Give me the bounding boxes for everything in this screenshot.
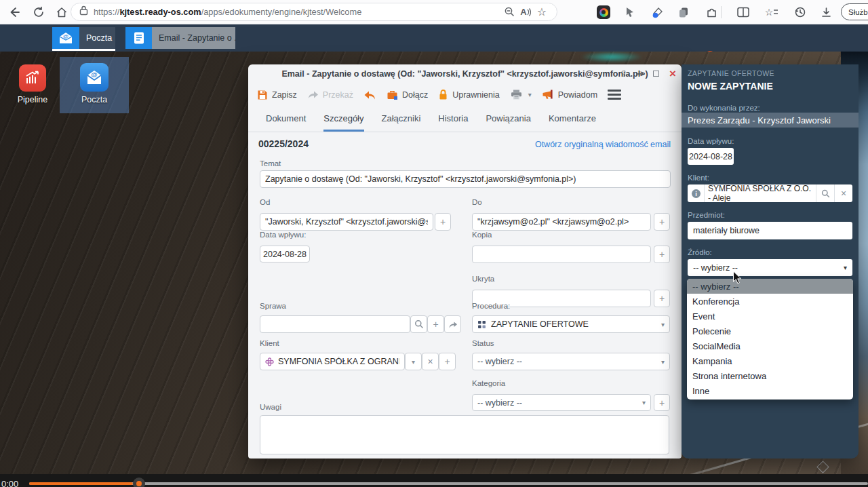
open-original-link[interactable]: Otwórz oryginalną wiadomość email [535, 140, 671, 149]
info-icon[interactable]: i [688, 184, 704, 202]
do-input[interactable]: "krzjawsym@o2.pl" <krzjawsym@o2.pl> [472, 213, 651, 231]
status-value: -- wybierz -- [477, 357, 522, 366]
reload-icon[interactable] [31, 5, 46, 20]
tab-historia[interactable]: Historia [438, 113, 468, 132]
minimize-icon[interactable] [636, 73, 643, 75]
status-select[interactable]: -- wybierz -- ▾ [472, 353, 670, 370]
save-label: Zapisz [272, 90, 297, 100]
sprawa-search-button[interactable] [410, 315, 427, 333]
tab-komentarze[interactable]: Komentarze [549, 113, 596, 132]
kopia-input[interactable] [472, 246, 651, 263]
notify-label: Powiadom [558, 90, 597, 100]
player-track[interactable] [29, 482, 868, 485]
panel-client-search-icon[interactable] [816, 184, 834, 202]
contact-flower-icon [265, 357, 274, 366]
procedura-combo[interactable]: ZAPYTANIE OFERTOWE ▾ [472, 315, 670, 333]
source-option-kampania[interactable]: Kampania [687, 353, 853, 368]
reply-button[interactable] [363, 90, 376, 100]
split-screen-icon[interactable] [734, 4, 752, 20]
back-icon[interactable] [7, 5, 22, 20]
data-wplywu-input[interactable]: 2024-08-28 [260, 246, 310, 262]
pipeline-app-label: Pipeline [7, 95, 58, 104]
tab-zalaczniki[interactable]: Załączniki [382, 113, 421, 132]
poczta-app-label: Poczta [68, 95, 120, 104]
read-aloud-icon[interactable]: A [517, 5, 534, 20]
zoom-out-icon[interactable] [501, 5, 517, 20]
tab-powiazania[interactable]: Powiązania [486, 113, 531, 132]
print-button[interactable]: ▾ [510, 89, 532, 100]
extension-pointer-icon[interactable] [621, 4, 639, 20]
history-icon[interactable] [791, 4, 809, 20]
tab-poczta[interactable]: Poczta [79, 27, 115, 49]
downloads-icon[interactable] [817, 4, 835, 20]
player-time: 0:00 [1, 479, 18, 487]
dialog-menu-icon[interactable] [608, 87, 621, 102]
home-icon[interactable] [54, 5, 69, 20]
poczta-app-icon[interactable]: @ [80, 63, 108, 92]
extension-copy-icon[interactable] [675, 4, 692, 20]
kopia-add-button[interactable]: + [654, 246, 670, 263]
favorites-bar-icon[interactable]: ☆ [763, 4, 781, 20]
dialog-tabs: Dokument Szczegóły Załączniki Historia P… [248, 107, 682, 132]
help-icon[interactable]: ? [621, 69, 626, 79]
kategoria-add-button[interactable]: + [654, 394, 670, 411]
tab-email-icon[interactable] [125, 27, 152, 49]
panel-source-select[interactable]: -- wybierz -- ▾ [688, 259, 852, 276]
dialog-titlebar[interactable]: Email - Zapytanie o dostawę (Od: "Jawors… [248, 64, 682, 83]
extension-camera-icon[interactable] [595, 4, 612, 20]
sprawa-input[interactable] [260, 315, 410, 333]
source-option-inne[interactable]: Inne [687, 383, 853, 398]
tab-szczegoly[interactable]: Szczegóły [323, 113, 363, 132]
close-icon[interactable]: × [669, 68, 676, 79]
attach-button[interactable]: Dołącz [387, 90, 428, 100]
pipeline-app-icon[interactable] [19, 64, 46, 92]
tab-dokument[interactable]: Dokument [266, 113, 306, 132]
kategoria-select[interactable]: -- wybierz -- ▾ [472, 394, 651, 411]
source-option-socialmedia[interactable]: SocialMedia [687, 338, 853, 353]
od-input[interactable]: "Jaworski, Krzysztof" <krzysztof.jaworsk… [260, 213, 433, 231]
save-button[interactable]: Zapisz [257, 90, 297, 100]
favorite-star-icon[interactable]: ☆ [534, 5, 550, 20]
panel-client-clear-icon[interactable]: × [834, 184, 852, 202]
klient-caret-button[interactable]: ▾ [405, 353, 422, 370]
od-add-button[interactable]: + [435, 213, 451, 231]
ukryta-add-button[interactable]: + [654, 290, 670, 307]
source-option-strona-internetowa[interactable]: Strona internetowa [687, 368, 853, 383]
browser-profile-button[interactable]: Służb [841, 3, 868, 20]
source-option-konferencja[interactable]: Konferencja [687, 294, 853, 309]
extension-eyedropper-icon[interactable] [649, 4, 667, 20]
panel-subject-input[interactable]: materiały biurowe [688, 222, 852, 239]
source-option-wybierz[interactable]: -- wybierz -- [687, 279, 853, 294]
klient-add-button[interactable]: + [439, 353, 456, 370]
svg-text:@: @ [63, 33, 68, 39]
tab-poczta-icon[interactable]: @ [52, 27, 79, 49]
source-option-polecenie[interactable]: Polecenie [687, 324, 853, 338]
email-dialog: Email - Zapytanie o dostawę (Od: "Jawors… [248, 64, 682, 459]
panel-source-value: -- wybierz -- [693, 263, 738, 273]
sprawa-goto-button[interactable] [444, 315, 461, 333]
uwagi-textarea[interactable] [260, 415, 669, 454]
do-value: "krzjawsym@o2.pl" <krzjawsym@o2.pl> [477, 217, 629, 227]
notify-button[interactable]: Powiadom [542, 89, 597, 100]
player-handle[interactable] [133, 478, 145, 487]
panel-date-input[interactable]: 2024-08-28 [688, 148, 734, 165]
tab-email[interactable]: Email - Zapytanie o ... [152, 27, 235, 49]
klient-clear-button[interactable]: × [422, 353, 439, 370]
extension-puzzle-icon[interactable] [703, 4, 720, 20]
maximize-icon[interactable] [653, 71, 659, 77]
panel-client-field[interactable]: i SYMFONIA SPÓŁKA Z O.O. - Aleje × [688, 184, 852, 202]
do-add-button[interactable]: + [654, 213, 670, 231]
pipeline-label-text: Pipeline [18, 95, 47, 104]
address-bar[interactable]: https://kjtest.ready-os.com/apps/edokume… [71, 3, 557, 21]
screen: https://kjtest.ready-os.com/apps/edokume… [0, 0, 868, 487]
klient-combo[interactable]: SYMFONIA SPÓŁKA Z OGRANICZON... [260, 353, 405, 370]
sprawa-add-button[interactable]: + [427, 315, 444, 333]
kategoria-caret-icon: ▾ [642, 399, 646, 406]
uwagi-label: Uwagi [260, 403, 281, 411]
permissions-button[interactable]: Uprawnienia [438, 89, 499, 100]
source-option-event[interactable]: Event [687, 309, 853, 324]
do-label: Do [472, 198, 482, 206]
document-number: 00225/2024 [258, 138, 309, 149]
od-label: Od [260, 198, 270, 206]
temat-input[interactable]: Zapytanie o dostawę (Od: "Jaworski, Krzy… [260, 170, 671, 188]
